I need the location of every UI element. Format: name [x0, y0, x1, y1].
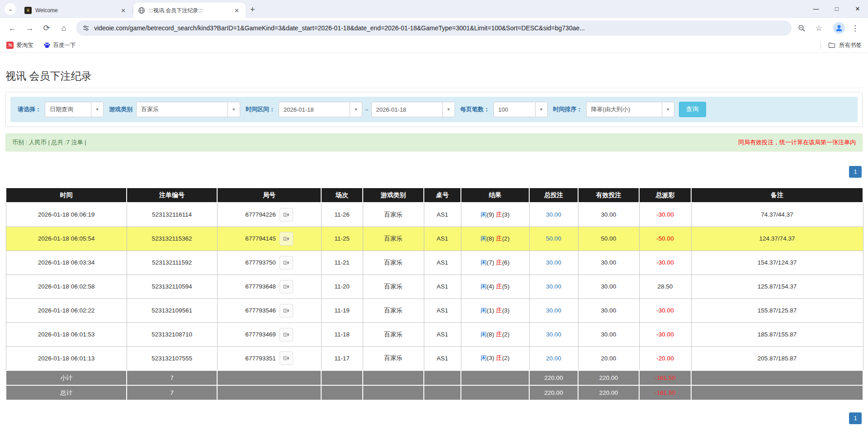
tab-betrecord[interactable]: :::视讯 会员下注纪录::: ✕: [133, 3, 246, 18]
cell-time: 2026-01-18 06:01:53: [6, 322, 127, 346]
browser-toolbar: ← → ⟳ ⌂ videoie.com/game/betrecord_searc…: [0, 18, 868, 38]
cell-table-no: AS1: [424, 298, 461, 322]
column-header-10: 备注: [691, 188, 863, 203]
cell-round-no: 677793648: [217, 274, 321, 298]
subtotal-row: 小计 7 220.00 220.00 -161.50: [6, 370, 863, 385]
cell-total-bet: 30.00: [529, 203, 578, 227]
cell-table-no: AS1: [424, 227, 461, 251]
currency-summary: 币别 : 人民币 | 总共 :7 注单 |: [12, 138, 86, 147]
cell-remark: 124.37/74.37: [691, 227, 863, 251]
column-header-5: 桌号: [424, 188, 461, 203]
cell-order-no: 523132109561: [127, 298, 217, 322]
cell-round-no: 677793750: [217, 251, 321, 274]
address-bar[interactable]: videoie.com/game/betrecord_search/kind3?…: [76, 20, 792, 36]
tab-welcome[interactable]: ♛ Welcome ✕: [20, 3, 132, 18]
bookmark-label: 爱淘宝: [16, 42, 33, 49]
empty-cell: [691, 370, 863, 385]
cell-time: 2026-01-18 06:05:54: [6, 227, 127, 251]
cell-table-no: AS1: [424, 251, 461, 274]
per-page-value: 100: [494, 102, 535, 117]
choose-label: 请选择：: [18, 105, 41, 114]
query-type-select[interactable]: 日期查询 ▼: [45, 102, 104, 117]
table-row: 2026-01-18 06:02:22 523132109561 6777935…: [6, 298, 863, 322]
total-bet-link[interactable]: 30.00: [546, 331, 561, 338]
cell-game-kind: 百家乐: [363, 227, 424, 251]
reload-button[interactable]: ⟳: [39, 20, 54, 36]
bookmark-taobao[interactable]: 淘 爱淘宝: [6, 42, 33, 49]
total-bet-link[interactable]: 30.00: [546, 211, 561, 218]
total-label: 总计: [6, 385, 127, 400]
back-button[interactable]: ←: [5, 20, 20, 36]
all-bookmarks[interactable]: 所有书签: [821, 42, 862, 49]
column-header-0: 时间: [6, 188, 127, 203]
forward-button[interactable]: →: [22, 20, 37, 36]
total-bet-link[interactable]: 30.00: [546, 307, 561, 314]
cell-total-bet: 50.00: [529, 227, 578, 251]
empty-cell: [321, 370, 363, 385]
bookmark-star-icon[interactable]: ☆: [812, 22, 825, 34]
zoom-icon[interactable]: [795, 22, 808, 34]
close-tab-icon[interactable]: ✕: [119, 6, 128, 15]
chevron-down-icon: ▼: [350, 102, 362, 117]
site-settings-icon[interactable]: [82, 24, 90, 32]
video-replay-button[interactable]: [280, 208, 293, 222]
total-bet-link[interactable]: 50.00: [546, 235, 561, 242]
maximize-button[interactable]: □: [826, 0, 847, 17]
page-1-button[interactable]: 1: [849, 166, 862, 178]
taobao-icon: 淘: [6, 42, 14, 49]
bookmarks-bar: 淘 爱淘宝 百度一下 所有书签: [0, 38, 868, 53]
per-page-label: 每页笔数：: [460, 105, 490, 114]
date-end-select[interactable]: 2026-01-18 ▼: [371, 102, 455, 117]
cell-valid-bet: 50.00: [578, 227, 639, 251]
table-body: 2026-01-18 06:06:19 523132116114 6777942…: [6, 203, 863, 370]
round-no-text: 677793351: [245, 355, 276, 362]
game-kind-select[interactable]: 百家乐 ▼: [136, 102, 240, 117]
cell-payout: -20.00: [639, 346, 691, 370]
cell-game-kind: 百家乐: [363, 322, 424, 346]
date-range-separator: ~: [365, 106, 369, 113]
minimize-button[interactable]: —: [806, 0, 826, 17]
total-bet-link[interactable]: 30.00: [546, 259, 561, 266]
welcome-tab-favicon-icon: ♛: [24, 7, 32, 14]
close-button[interactable]: ✕: [847, 0, 868, 17]
bookmark-label: 百度一下: [53, 42, 76, 49]
video-replay-button[interactable]: [280, 351, 293, 365]
video-replay-button[interactable]: [280, 256, 293, 270]
globe-icon: [138, 7, 145, 14]
tab-divider: [133, 6, 133, 14]
home-button[interactable]: ⌂: [56, 20, 71, 36]
empty-cell: [461, 370, 529, 385]
cell-game-kind: 百家乐: [363, 274, 424, 298]
total-bet-link[interactable]: 30.00: [546, 283, 561, 290]
cell-total-bet: 20.00: [529, 346, 578, 370]
cell-order-no: 523132116114: [127, 203, 217, 227]
close-tab-icon[interactable]: ✕: [232, 6, 241, 15]
url-text[interactable]: videoie.com/game/betrecord_search/kind3?…: [94, 24, 785, 32]
date-start-value: 2026-01-18: [279, 102, 350, 117]
video-replay-button[interactable]: [280, 328, 293, 341]
chevron-down-icon: ▼: [442, 102, 455, 117]
bookmark-baidu[interactable]: 百度一下: [43, 42, 76, 49]
per-page-select[interactable]: 100 ▼: [493, 102, 548, 117]
page-1-button[interactable]: 1: [849, 412, 862, 424]
column-header-3: 场次: [321, 188, 363, 203]
total-bet-link[interactable]: 20.00: [546, 355, 561, 362]
date-start-select[interactable]: 2026-01-18 ▼: [279, 102, 362, 117]
video-replay-button[interactable]: [280, 304, 293, 317]
video-camera-icon: [283, 283, 290, 290]
sort-select[interactable]: 降幂(由大到小) ▼: [586, 102, 674, 117]
video-replay-button[interactable]: [280, 232, 293, 246]
cell-payout: -30.00: [639, 322, 691, 346]
bet-records-table: 时间注单编号局号场次游戏类别桌号结果总投注有效投注总派彩备注 2026-01-1…: [5, 187, 863, 401]
new-tab-button[interactable]: +: [250, 5, 255, 14]
column-header-6: 结果: [461, 188, 529, 203]
browser-menu-icon[interactable]: ⋮: [851, 24, 859, 33]
video-replay-button[interactable]: [280, 280, 293, 293]
cell-total-bet: 30.00: [529, 251, 578, 274]
folder-icon: [828, 42, 835, 49]
profile-avatar[interactable]: [833, 22, 845, 34]
subtotal-total-bet: 220.00: [529, 370, 578, 385]
cell-total-bet: 30.00: [529, 322, 578, 346]
search-button[interactable]: 查询: [679, 102, 706, 117]
tab-search-button[interactable]: ⌄: [5, 3, 16, 15]
